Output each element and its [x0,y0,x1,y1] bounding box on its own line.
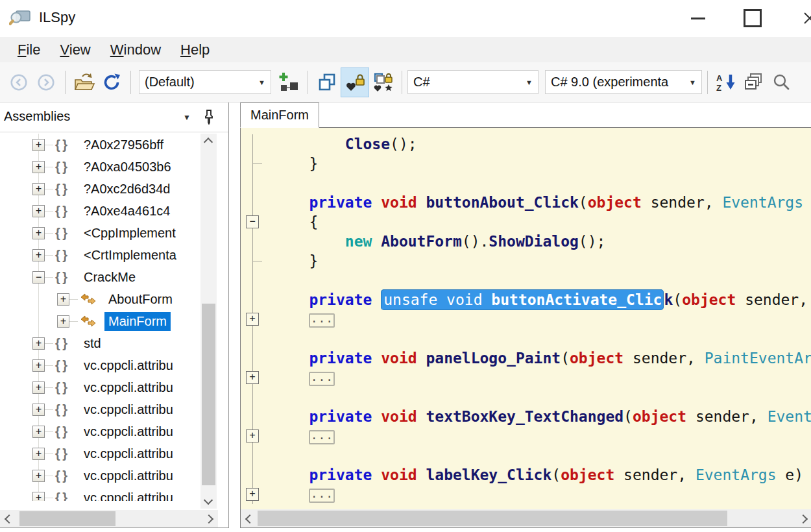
scroll-left-icon[interactable] [245,514,254,524]
toolbar-separator [707,71,708,94]
title-bar: ILSpy [0,0,811,37]
close-button[interactable] [795,6,811,30]
code-line [241,446,811,465]
tree-item-a0xa04503b6[interactable]: +{ }?A0xa04503b6 [0,156,228,178]
tree-item-vc-cppcli-attribu[interactable]: +{ }vc.cppcli.attribu [0,354,228,376]
expand-icon[interactable]: + [32,426,45,438]
tree-item-cppimplement[interactable]: +{ }<CppImplement [0,222,228,244]
fold-gutter[interactable]: + [241,309,271,329]
tree-connector [45,211,53,212]
assembly-list-select[interactable]: (Default) ▼ [139,70,271,94]
tree-item-a0xc2d6d34d[interactable]: +{ }?A0xc2d6d34d [0,178,228,200]
expand-icon[interactable]: + [57,315,69,328]
tree-item-label: ?A0x27956bff [80,136,167,154]
navigate-forward-button[interactable] [32,68,60,97]
code-line: + ... [241,309,811,329]
expand-icon[interactable]: + [32,359,45,372]
collapsed-region-box[interactable]: ... [309,313,335,328]
scroll-right-icon[interactable] [799,514,808,524]
menu-item-file[interactable]: File [8,42,50,58]
reload-assemblies-button[interactable] [98,68,125,97]
language-version-select[interactable]: C# 9.0 (experimenta ▼ [545,70,702,94]
show-all-api-button[interactable] [369,68,396,97]
code-text: private unsafe void buttonActivate_Click… [271,291,808,308]
tree-item-mainform[interactable]: +MainForm [0,310,228,332]
tree-item-crtimplementa[interactable]: +{ }<CrtImplementa [0,244,228,266]
menu-item-help[interactable]: Help [171,42,219,58]
fold-plus-icon[interactable]: + [246,313,259,326]
open-assembly-button[interactable] [71,68,98,97]
fold-gutter[interactable]: + [241,368,271,387]
expand-icon[interactable]: + [32,337,45,350]
tree-item-vc-cppcli-attribu[interactable]: +{ }vc.cppcli.attribu [0,398,228,420]
menu-item-window[interactable]: Window [101,42,171,58]
show-internal-api-button[interactable] [313,68,341,97]
fold-gutter[interactable]: + [241,485,271,504]
maximize-button[interactable] [738,6,767,30]
fold-plus-icon[interactable]: + [246,371,259,384]
new-assembly-list-button[interactable] [275,68,302,97]
expand-icon[interactable]: + [32,161,45,173]
collapsed-region-box[interactable]: ... [309,489,335,503]
panel-menu-chevron-down-icon[interactable]: ▼ [183,113,191,122]
tree-item-vc-cppcli-attribu[interactable]: +{ }vc.cppcli.attribu [0,420,228,442]
search-button[interactable] [768,68,795,97]
fold-plus-icon[interactable]: + [246,488,259,501]
divider [0,132,228,132]
horizontal-scrollbar-thumb[interactable] [19,511,115,526]
expand-icon[interactable]: + [32,139,45,151]
tree-item-a0x27956bff[interactable]: +{ }?A0x27956bff [0,134,228,156]
tab-mainform[interactable]: MainForm [240,103,319,128]
tree-item-vc-cppcli-attribu[interactable]: +{ }vc.cppcli.attribu [0,487,228,501]
language-select[interactable]: C# ▼ [407,70,539,94]
expand-icon[interactable]: + [32,249,45,261]
expand-icon[interactable]: + [32,470,45,482]
tree-horizontal-scrollbar[interactable] [0,510,218,527]
decompiled-code-view[interactable]: Close(); } private void buttonAbout_Clic… [240,127,811,528]
fold-minus-icon[interactable]: − [246,215,259,228]
scroll-down-icon[interactable] [204,496,213,505]
vertical-scrollbar-thumb[interactable] [202,304,215,485]
tree-item-vc-cppcli-attribu[interactable]: +{ }vc.cppcli.attribu [0,442,228,465]
expand-icon[interactable]: + [32,381,45,394]
code-horizontal-scrollbar[interactable] [241,509,811,527]
tree-item-aboutform[interactable]: +AboutForm [0,288,228,310]
pin-icon[interactable] [204,109,214,127]
tree-item-label: MainForm [104,312,171,331]
scroll-right-icon[interactable] [204,514,213,524]
expand-icon[interactable]: + [32,227,45,239]
expand-icon[interactable]: + [32,448,45,460]
menu-item-view[interactable]: View [50,42,100,58]
scroll-left-icon[interactable] [5,514,14,524]
expand-icon[interactable]: + [32,205,45,217]
expand-icon[interactable]: + [32,492,45,502]
fold-gutter[interactable]: − [241,212,271,232]
tree-item-std[interactable]: +{ }std [0,332,228,354]
sort-assemblies-button[interactable]: A Z [713,68,740,97]
tree-connector [45,343,53,344]
chevron-down-icon: ▼ [526,79,533,86]
code-text: } [271,252,318,269]
ilspy-logo-icon [9,8,31,30]
fold-gutter[interactable]: + [241,426,271,446]
tree-item-vc-cppcli-attribu[interactable]: +{ }vc.cppcli.attribu [0,465,228,487]
navigate-back-button[interactable] [5,68,32,97]
tree-item-vc-cppcli-attribu[interactable]: +{ }vc.cppcli.attribu [0,376,228,398]
collapsed-region-box[interactable]: ... [309,372,335,386]
minimize-button[interactable] [684,6,712,30]
code-text: { [271,213,318,230]
collapse-icon[interactable]: − [32,271,45,284]
tree-item-crackme[interactable]: −{ }CrackMe [0,266,228,288]
expand-icon[interactable]: + [57,293,69,306]
collapsed-region-box[interactable]: ... [309,430,335,444]
horizontal-scrollbar-thumb[interactable] [258,511,727,526]
scroll-up-icon[interactable] [204,138,213,147]
show-public-api-button[interactable] [341,67,369,97]
code-text: private void labelKey_Click(object sende… [271,466,803,483]
expand-icon[interactable]: + [32,183,45,195]
tree-item-a0xe4a461c4[interactable]: +{ }?A0xe4a461c4 [0,200,228,222]
fold-plus-icon[interactable]: + [246,429,259,442]
expand-icon[interactable]: + [32,404,45,416]
collapse-treeview-button[interactable] [740,68,768,97]
tree-vertical-scrollbar[interactable] [200,134,217,509]
